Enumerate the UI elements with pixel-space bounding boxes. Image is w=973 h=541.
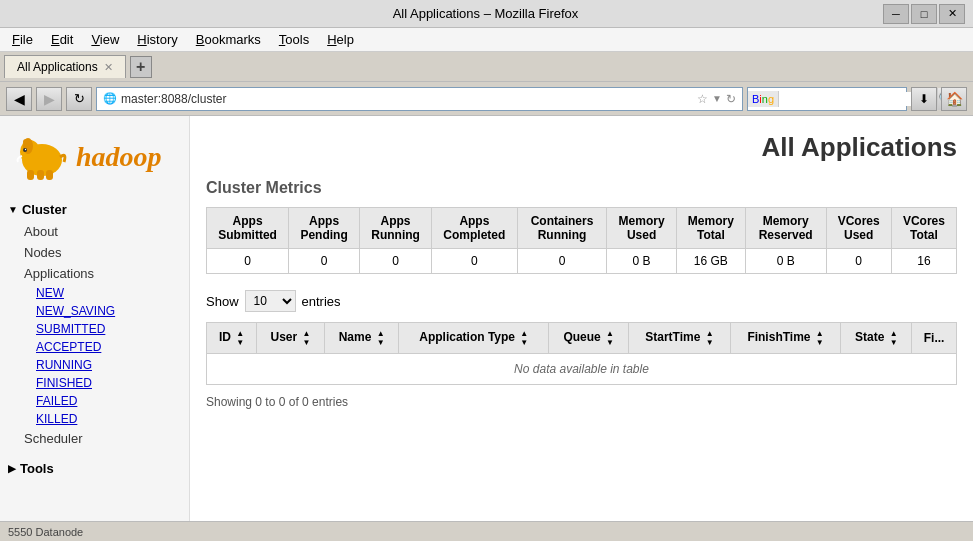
- val-containers-running: 0: [517, 249, 607, 274]
- sidebar-item-scheduler[interactable]: Scheduler: [0, 428, 189, 449]
- sidebar-subitem-submitted[interactable]: SUBMITTED: [0, 320, 189, 338]
- col-vcores-used: VCores Used: [826, 208, 891, 249]
- status-text: 5550 Datanode: [8, 526, 965, 538]
- val-memory-reserved: 0 B: [745, 249, 826, 274]
- col-memory-total: Memory Total: [676, 208, 745, 249]
- apps-col-id[interactable]: ID ▲▼: [207, 323, 257, 354]
- tools-section: ▶ Tools: [0, 453, 189, 484]
- svg-point-4: [23, 148, 27, 152]
- sort-state-icon: ▲▼: [890, 329, 898, 347]
- window-title: All Applications – Mozilla Firefox: [88, 6, 883, 21]
- col-containers-running: Containers Running: [517, 208, 607, 249]
- val-vcores-total: 16: [891, 249, 956, 274]
- svg-point-3: [23, 139, 29, 145]
- scheduler-label: Scheduler: [24, 431, 83, 446]
- sidebar-subitem-accepted[interactable]: ACCEPTED: [0, 338, 189, 356]
- sort-id-icon: ▲▼: [236, 329, 244, 347]
- dropdown-arrow-icon[interactable]: ▼: [712, 93, 722, 104]
- no-data-row: No data available in table: [207, 354, 957, 385]
- apps-col-name[interactable]: Name ▲▼: [324, 323, 399, 354]
- svg-rect-6: [27, 170, 34, 180]
- sidebar-subitem-finished[interactable]: FINISHED: [0, 374, 189, 392]
- sort-type-icon: ▲▼: [520, 329, 528, 347]
- hadoop-logo: hadoop: [0, 124, 189, 194]
- cluster-arrow-icon: ▼: [8, 204, 18, 215]
- menu-help[interactable]: Help: [319, 30, 362, 49]
- downloads-button[interactable]: ⬇: [911, 87, 937, 111]
- title-bar: All Applications – Mozilla Firefox ─ □ ✕: [0, 0, 973, 28]
- menu-tools[interactable]: Tools: [271, 30, 317, 49]
- tools-header[interactable]: ▶ Tools: [0, 457, 189, 480]
- col-apps-submitted: Apps Submitted: [207, 208, 289, 249]
- menu-edit[interactable]: Edit: [43, 30, 81, 49]
- apps-col-fi: Fi...: [912, 323, 957, 354]
- sidebar-subitem-new-saving[interactable]: NEW_SAVING: [0, 302, 189, 320]
- sidebar-subitem-failed[interactable]: FAILED: [0, 392, 189, 410]
- hadoop-elephant-icon: [12, 132, 72, 182]
- sidebar-subitem-running[interactable]: RUNNING: [0, 356, 189, 374]
- metrics-row: 0 0 0 0 0 0 B 16 GB 0 B 0 16: [207, 249, 957, 274]
- tab-bar: All Applications ✕ +: [0, 52, 973, 82]
- cluster-metrics-title: Cluster Metrics: [206, 179, 957, 197]
- tab-close-icon[interactable]: ✕: [104, 61, 113, 74]
- window-controls: ─ □ ✕: [883, 4, 965, 24]
- close-button[interactable]: ✕: [939, 4, 965, 24]
- tools-label: Tools: [20, 461, 54, 476]
- applications-table: ID ▲▼ User ▲▼ Name ▲▼ Application Type ▲…: [206, 322, 957, 385]
- secure-icon: 🌐: [103, 92, 117, 105]
- apps-col-type[interactable]: Application Type ▲▼: [399, 323, 549, 354]
- reload-icon[interactable]: ↻: [726, 92, 736, 106]
- sort-queue-icon: ▲▼: [606, 329, 614, 347]
- sidebar-subitem-new[interactable]: NEW: [0, 284, 189, 302]
- home-button[interactable]: 🏠: [941, 87, 967, 111]
- bookmark-star-icon[interactable]: ☆: [697, 92, 708, 106]
- apps-col-start-time[interactable]: StartTime ▲▼: [629, 323, 730, 354]
- url-text: master:8088/cluster: [121, 92, 693, 106]
- forward-button[interactable]: ▶: [36, 87, 62, 111]
- apps-col-state[interactable]: State ▲▼: [841, 323, 912, 354]
- maximize-button[interactable]: □: [911, 4, 937, 24]
- refresh-button[interactable]: ↻: [66, 87, 92, 111]
- menu-view[interactable]: View: [83, 30, 127, 49]
- sidebar-item-nodes[interactable]: Nodes: [0, 242, 189, 263]
- menu-bookmarks[interactable]: Bookmarks: [188, 30, 269, 49]
- address-input[interactable]: 🌐 master:8088/cluster ☆ ▼ ↻: [96, 87, 743, 111]
- apps-col-user[interactable]: User ▲▼: [257, 323, 325, 354]
- applications-label: Applications: [24, 266, 94, 281]
- apps-col-queue[interactable]: Queue ▲▼: [549, 323, 629, 354]
- tab-label: All Applications: [17, 60, 98, 74]
- sidebar-item-applications[interactable]: Applications: [0, 263, 189, 284]
- apps-col-finish-time[interactable]: FinishTime ▲▼: [730, 323, 841, 354]
- val-apps-completed: 0: [432, 249, 518, 274]
- showing-entries-text: Showing 0 to 0 of 0 entries: [206, 395, 957, 409]
- val-memory-used: 0 B: [607, 249, 676, 274]
- browser-tab[interactable]: All Applications ✕: [4, 55, 126, 78]
- status-bar: 5550 Datanode: [0, 521, 973, 541]
- col-apps-completed: Apps Completed: [432, 208, 518, 249]
- menu-file[interactable]: File: [4, 30, 41, 49]
- col-memory-used: Memory Used: [607, 208, 676, 249]
- new-tab-button[interactable]: +: [130, 56, 152, 78]
- about-label: About: [24, 224, 58, 239]
- hadoop-wordmark: hadoop: [76, 141, 162, 173]
- sidebar-subitem-killed[interactable]: KILLED: [0, 410, 189, 428]
- sort-user-icon: ▲▼: [303, 329, 311, 347]
- menu-history[interactable]: History: [129, 30, 185, 49]
- col-vcores-total: VCores Total: [891, 208, 956, 249]
- no-data-cell: No data available in table: [207, 354, 957, 385]
- back-button[interactable]: ◀: [6, 87, 32, 111]
- cluster-header[interactable]: ▼ Cluster: [0, 198, 189, 221]
- col-apps-running: Apps Running: [359, 208, 431, 249]
- col-memory-reserved: Memory Reserved: [745, 208, 826, 249]
- sidebar-item-about[interactable]: About: [0, 221, 189, 242]
- sort-start-icon: ▲▼: [706, 329, 714, 347]
- search-engine-logo: Bing: [748, 91, 779, 107]
- entries-select[interactable]: 10 25 50 100: [245, 290, 296, 312]
- nodes-label: Nodes: [24, 245, 62, 260]
- cluster-section: ▼ Cluster About Nodes Applications NEW N…: [0, 194, 189, 453]
- address-bar: ◀ ▶ ↻ 🌐 master:8088/cluster ☆ ▼ ↻ Bing 🔍…: [0, 82, 973, 116]
- minimize-button[interactable]: ─: [883, 4, 909, 24]
- main-container: hadoop ▼ Cluster About Nodes Application…: [0, 116, 973, 521]
- page-title: All Applications: [206, 132, 957, 163]
- tools-arrow-icon: ▶: [8, 463, 16, 474]
